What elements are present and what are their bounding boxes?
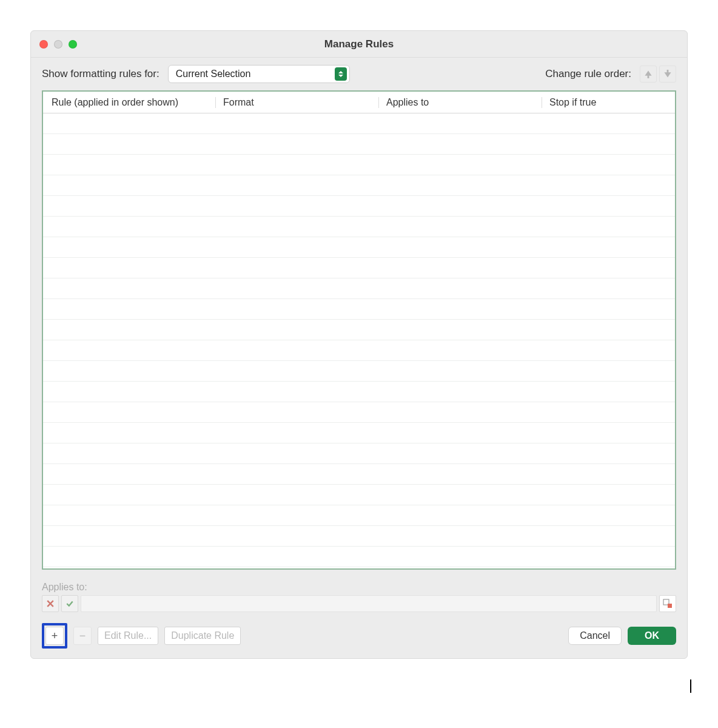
window-controls <box>39 40 77 49</box>
zoom-window-button[interactable] <box>69 40 77 49</box>
applies-to-section: Applies to: <box>31 578 687 612</box>
column-header-applies[interactable]: Applies to <box>386 97 534 108</box>
applies-to-label: Applies to: <box>42 582 676 593</box>
close-window-button[interactable] <box>39 40 48 49</box>
table-row <box>43 402 675 423</box>
ok-button[interactable]: OK <box>628 627 676 645</box>
table-row <box>43 382 675 402</box>
titlebar: Manage Rules <box>31 31 687 58</box>
move-rule-down-button[interactable] <box>659 66 676 83</box>
order-label: Change rule order: <box>545 68 631 80</box>
cancel-range-button[interactable] <box>42 595 59 612</box>
table-row <box>43 361 675 382</box>
table-row <box>43 443 675 464</box>
table-row <box>43 505 675 526</box>
column-header-format[interactable]: Format <box>223 97 371 108</box>
table-row <box>43 217 675 237</box>
rules-table: Rule (applied in order shown) Format App… <box>42 90 676 570</box>
cancel-button[interactable]: Cancel <box>568 627 622 645</box>
table-row <box>43 278 675 299</box>
table-row <box>43 526 675 547</box>
table-row <box>43 320 675 340</box>
minimize-window-button <box>54 40 62 49</box>
edit-rule-button[interactable]: Edit Rule... <box>98 627 158 645</box>
table-row <box>43 547 675 567</box>
range-picker-button[interactable] <box>659 595 676 612</box>
table-row <box>43 340 675 361</box>
table-row <box>43 155 675 175</box>
table-row <box>43 134 675 155</box>
table-row <box>43 464 675 485</box>
check-icon <box>65 599 74 608</box>
footer: + − Edit Rule... Duplicate Rule Cancel O… <box>31 612 687 658</box>
duplicate-rule-button[interactable]: Duplicate Rule <box>164 627 241 645</box>
add-rule-button[interactable]: + <box>45 627 64 645</box>
scope-dropdown[interactable]: Current Selection <box>168 65 350 83</box>
manage-rules-dialog: Manage Rules Show formatting rules for: … <box>30 30 688 659</box>
x-icon <box>47 600 54 607</box>
dropdown-stepper-icon <box>335 67 347 81</box>
dialog-title: Manage Rules <box>324 38 394 50</box>
text-cursor <box>690 679 691 693</box>
table-row <box>43 258 675 278</box>
table-row <box>43 237 675 258</box>
table-row <box>43 299 675 320</box>
svg-rect-1 <box>668 604 672 608</box>
column-header-stop[interactable]: Stop if true <box>549 97 675 108</box>
table-row <box>43 175 675 196</box>
arrow-up-icon <box>644 70 653 78</box>
table-row <box>43 423 675 443</box>
column-header-rule[interactable]: Rule (applied in order shown) <box>52 97 208 108</box>
plus-icon: + <box>52 630 58 642</box>
add-rule-highlight: + <box>42 623 67 649</box>
scope-dropdown-value: Current Selection <box>176 69 251 79</box>
arrow-down-icon <box>663 70 672 78</box>
rules-table-body <box>43 113 675 568</box>
table-row <box>43 196 675 217</box>
show-rules-label: Show formatting rules for: <box>42 68 159 80</box>
table-row <box>43 485 675 505</box>
remove-rule-button[interactable]: − <box>73 627 92 645</box>
table-row <box>43 113 675 134</box>
range-picker-icon <box>663 599 673 608</box>
confirm-range-button[interactable] <box>61 595 78 612</box>
minus-icon: − <box>79 630 86 642</box>
toolbar: Show formatting rules for: Current Selec… <box>31 58 687 90</box>
rules-table-header: Rule (applied in order shown) Format App… <box>43 92 675 113</box>
applies-to-input[interactable] <box>81 595 657 612</box>
move-rule-up-button[interactable] <box>640 66 657 83</box>
